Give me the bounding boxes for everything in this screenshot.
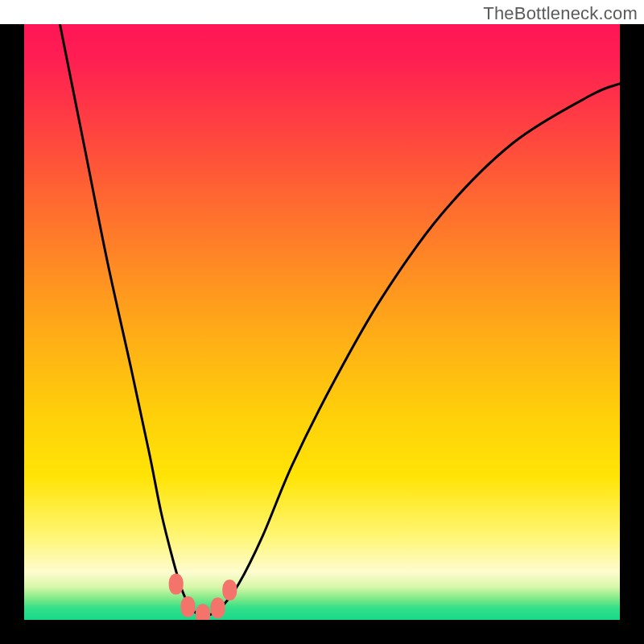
- plot-area: [24, 24, 620, 620]
- chart-stage: TheBottleneck.com: [0, 0, 644, 644]
- watermark-text: TheBottleneck.com: [483, 3, 638, 24]
- background-gradient: [24, 24, 620, 620]
